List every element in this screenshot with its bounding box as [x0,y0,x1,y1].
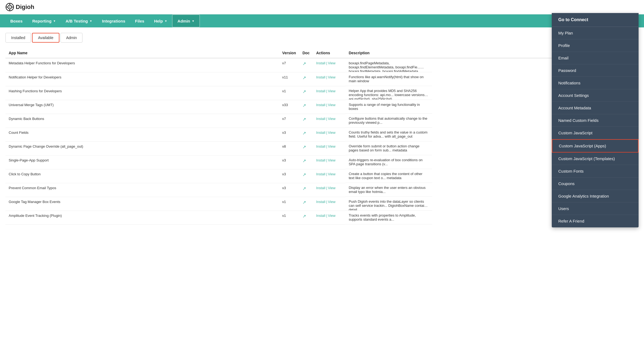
install-link[interactable]: Install [316,186,325,190]
app-doc[interactable]: ↗︎ [299,183,313,197]
install-link[interactable]: Install [316,103,325,107]
tab-installed[interactable]: Installed [5,33,31,43]
app-doc[interactable]: ↗︎ [299,86,313,100]
tab-available[interactable]: Available [32,33,59,43]
app-doc[interactable]: ↗︎ [299,141,313,155]
dropdown-menu-item[interactable]: Custom JavaScript (Templates) [552,153,639,165]
dropdown-menu-item[interactable]: Email [552,52,639,64]
app-actions: Install|View [313,141,345,155]
dropdown-menu-item[interactable]: Custom JavaScript [552,127,639,139]
dropdown-menu-item[interactable]: Custom JavaScript (Apps) [552,139,639,153]
external-link-icon[interactable]: ↗︎ [302,158,306,163]
install-link[interactable]: Install [316,158,325,162]
app-doc[interactable]: ↗︎ [299,58,313,72]
tab-admin[interactable]: Admin [60,33,83,43]
app-version: v7 [279,58,299,72]
app-actions: Install|View [313,183,345,197]
admin-caret: ▼ [192,20,195,23]
external-link-icon[interactable]: ↗︎ [302,117,306,122]
app-name: Notification Helper for Developers [5,72,279,86]
install-link[interactable]: Install [316,131,325,135]
app-version: v1 [279,197,299,211]
dropdown-menu-item[interactable]: Account Metadata [552,102,639,114]
dropdown-menu-item[interactable]: Profile [552,39,639,52]
install-link[interactable]: Install [316,214,325,218]
install-link[interactable]: Install [316,75,325,79]
dropdown-menu-item[interactable]: My Plan [552,27,639,39]
external-link-icon[interactable]: ↗︎ [302,186,306,191]
admin-dropdown: Go to ConnectMy PlanProfileEmailPassword… [552,13,639,227]
logo[interactable]: Digioh [5,3,34,11]
external-link-icon[interactable]: ↗︎ [302,214,306,218]
nav-reporting[interactable]: Reporting ▼ [27,14,61,27]
install-link[interactable]: Install [316,89,325,93]
dropdown-menu-item[interactable]: Google Analytics Integration [552,190,639,202]
nav-help[interactable]: Help ▼ [149,14,172,27]
external-link-icon[interactable]: ↗︎ [302,145,306,149]
table-row: Hashing Functions for Developersv1↗︎Inst… [5,86,639,100]
dropdown-menu-item[interactable]: Account Settings [552,89,639,102]
install-link[interactable]: Install [316,61,325,65]
table-row: Single-Page-App Supportv3↗︎Install|ViewA… [5,155,639,169]
install-link[interactable]: Install [316,117,325,121]
app-doc[interactable]: ↗︎ [299,114,313,128]
tabs-container: Installed Available Admin [5,33,639,43]
app-description: Helper App that provides MD5 and SHA256 … [345,86,432,100]
app-version: v1 [279,86,299,100]
dropdown-menu-item[interactable]: Coupons [552,177,639,190]
dropdown-menu-item[interactable]: Users [552,202,639,215]
external-link-icon[interactable]: ↗︎ [302,103,306,108]
view-link[interactable]: View [328,158,336,162]
app-name: Dynamic Back Buttons [5,114,279,128]
external-link-icon[interactable]: ↗︎ [302,131,306,135]
app-doc[interactable]: ↗︎ [299,211,313,224]
app-doc[interactable]: ↗︎ [299,100,313,114]
view-link[interactable]: View [328,200,336,204]
external-link-icon[interactable]: ↗︎ [302,172,306,177]
nav-ab-testing[interactable]: A/B Testing ▼ [61,14,97,27]
nav-integrations[interactable]: Integrations [97,14,130,27]
app-actions: Install|View [313,86,345,100]
view-link[interactable]: View [328,172,336,176]
view-link[interactable]: View [328,214,336,218]
dropdown-menu-item[interactable]: Named Custom Fields [552,114,639,127]
app-actions: Install|View [313,72,345,86]
view-link[interactable]: View [328,117,336,121]
app-description: Display an error when the user enters an… [345,183,432,197]
app-doc[interactable]: ↗︎ [299,197,313,211]
dropdown-menu-item[interactable]: Go to Connect [552,13,639,27]
table-row: Count Fieldsv3↗︎Install|ViewCounts truth… [5,128,639,141]
install-link[interactable]: Install [316,144,325,148]
view-link[interactable]: View [328,61,336,65]
dropdown-menu-item[interactable]: Notifications [552,77,639,89]
dropdown-menu-item[interactable]: Refer A Friend [552,215,639,227]
install-link[interactable]: Install [316,200,325,204]
external-link-icon[interactable]: ↗︎ [302,200,306,205]
app-doc[interactable]: ↗︎ [299,169,313,183]
external-link-icon[interactable]: ↗︎ [302,89,306,94]
view-link[interactable]: View [328,89,336,93]
external-link-icon[interactable]: ↗︎ [302,75,306,80]
nav-boxes[interactable]: Boxes [5,14,27,27]
view-link[interactable]: View [328,131,336,135]
nav-files[interactable]: Files [130,14,149,27]
view-link[interactable]: View [328,144,336,148]
install-link[interactable]: Install [316,172,325,176]
view-link[interactable]: View [328,186,336,190]
col-app-name: App Name [5,48,279,58]
external-link-icon[interactable]: ↗︎ [302,61,306,66]
dropdown-menu-item[interactable]: Password [552,64,639,77]
app-doc[interactable]: ↗︎ [299,155,313,169]
app-name: Hashing Functions for Developers [5,86,279,100]
app-name: Universal Merge Tags (UMT) [5,100,279,114]
view-link[interactable]: View [328,75,336,79]
logo-text: Digioh [16,4,34,11]
app-doc[interactable]: ↗︎ [299,128,313,141]
app-name: Metadata Helper Functions for Developers [5,58,279,72]
dropdown-menu-item[interactable]: Custom Fonts [552,165,639,177]
col-version: Version [279,48,299,58]
nav-admin[interactable]: Admin ▼ [172,14,200,27]
view-link[interactable]: View [328,103,336,107]
app-version: v3 [279,128,299,141]
app-doc[interactable]: ↗︎ [299,72,313,86]
